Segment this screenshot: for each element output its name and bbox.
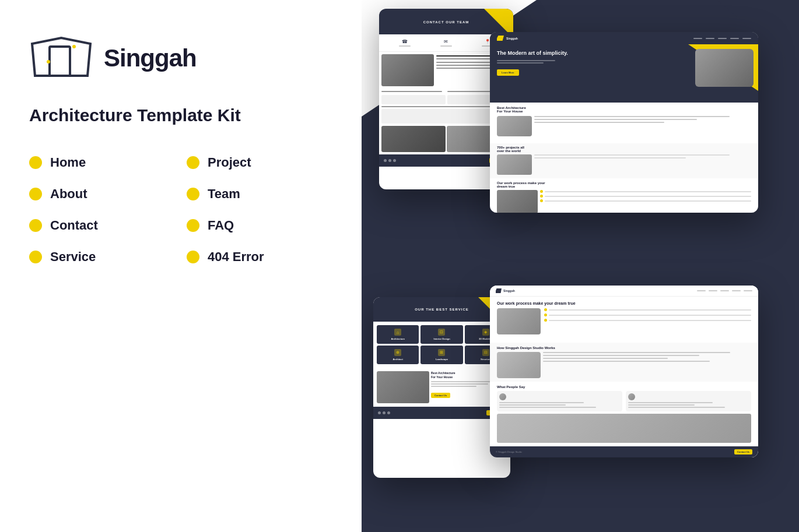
s1-icon-lbl-2 [440,45,452,47]
s4-studio-section: How Singgah Design Studio Works [490,343,758,382]
svg-rect-1 [50,47,70,76]
phone-icon: ☎ [402,39,408,44]
interior-icon: ⊡ [440,330,443,334]
s3-card-title-5: Landscape [436,358,448,361]
s4-studio-row [497,352,751,378]
s2-logo-mini-icon [497,36,504,41]
s3-footer-dots [378,411,390,414]
nav-dot-team [187,188,199,200]
s2-small-img-1 [497,116,532,136]
s1-footer-dots [384,159,396,162]
s4-work-image [497,308,541,334]
s4-say-row [497,391,751,411]
s4-body: Singgah Our work process make your dream… [490,286,758,457]
structure-icon: ⊟ [484,350,488,355]
s4-avatar-1 [499,393,506,400]
landscape-icon: ⊞ [440,350,443,355]
nav-dot-contact [29,219,42,232]
s3-card-title-1: Architecture [391,337,405,340]
s4-testimonial-1 [497,391,622,411]
nav-label-about: About [50,186,87,202]
nav-dot-home [29,156,42,169]
s2-hero: The Modern art of simplicity. Learn More [490,44,758,103]
s1-bottom-img-1 [381,126,446,152]
s3-card-landscape: ⊞ Landscape [420,346,462,364]
nav-item-404[interactable]: 404 Error [187,249,332,265]
s4-work-row [497,308,751,334]
nav-item-faq[interactable]: FAQ [187,218,332,233]
s1-icon-block-2: ✉ [440,39,452,47]
nav-item-project[interactable]: Project [187,155,332,170]
nav-dot-project [187,156,199,169]
s2-hero-image [695,49,754,87]
s2-hero-desc-1 [497,60,555,61]
s2-logo-mini-text: Singgah [506,37,518,40]
email-icon: ✉ [444,39,448,44]
nav-label-faq: FAQ [208,218,234,233]
s3-service-image [377,371,429,403]
architecture-icon: ⌂ [397,330,399,334]
s3-card-interior: ⊡ Interior Design [420,325,462,344]
s4-say-title: What People Say [497,385,751,389]
nav-item-service[interactable]: Service [29,249,175,265]
s4-logo-mini: Singgah [496,288,515,293]
s4-bottom-image [497,414,751,443]
nav-label-404: 404 Error [208,249,264,265]
nav-label-contact: Contact [50,218,98,233]
s4-say-section: What People Say [490,382,758,446]
logo-icon [29,35,93,82]
svg-marker-0 [32,38,90,76]
s4-logo-mini-text: Singgah [503,289,515,293]
s3-card-architecture: ⌂ Architecture [377,325,419,344]
3d-icon: ◈ [484,330,487,334]
architect-icon: ⊕ [396,350,400,355]
svg-point-2 [47,60,50,64]
s4-work-text [544,308,751,334]
nav-label-home: Home [50,155,86,170]
s4-testimonial-2 [626,391,751,411]
s4-studio-image [497,352,541,378]
s4-nav: Singgah [490,286,758,297]
s4-work-section: Our work process make your dream true [490,297,758,343]
nav-item-about[interactable]: About [29,186,175,202]
screenshot-about: Singgah Our work process make your dream… [490,286,758,457]
nav-item-contact[interactable]: Contact [29,218,175,233]
s2-imgs-row [497,116,751,136]
logo-area: Singgah [29,35,332,82]
screenshots-container: CONTACT OUR TEAM ☎ ✉ 📍 [362,0,799,532]
right-panel: CONTACT OUR TEAM ☎ ✉ 📍 [362,0,799,532]
s3-learn-btn: Contact Us [431,393,450,398]
s1-header: CONTACT OUR TEAM [379,9,513,34]
s2-text-blk [534,116,751,136]
s4-nav-links [697,290,752,291]
logo-text: Singgah [104,44,197,72]
nav-item-home[interactable]: Home [29,155,175,170]
s3-card-architect: ⊕ Architect [377,346,419,364]
s4-footer-text: © Singgah Design Studio [496,450,522,453]
s4-avatar-2 [628,393,635,400]
nav-dot-about [29,188,42,200]
s2-nav-links [693,38,751,39]
s4-studio-title: How Singgah Design Studio Works [497,346,751,350]
s4-footer-btn: Contact Us [734,449,752,455]
s2-hero-btn: Learn More [497,69,519,76]
s2-nav: Singgah [490,32,758,44]
s1-icon-lbl [399,45,411,47]
s1-main-image [381,54,434,86]
s3-card-title-4: Architect [393,358,402,361]
svg-point-3 [72,45,76,48]
nav-label-project: Project [208,155,251,170]
s2-logo-mini: Singgah [497,36,518,41]
s1-icon-block: ☎ [399,39,411,47]
nav-label-team: Team [208,186,240,202]
s4-footer: © Singgah Design Studio Contact Us [490,446,758,457]
s4-work-title: Our work process make your dream true [497,301,751,305]
nav-item-team[interactable]: Team [187,186,332,202]
s4-studio-text [543,352,751,378]
s2-section1-title: Best ArchitectureFor Your House [497,106,751,113]
nav-dot-service [29,251,42,263]
tagline: Architecture Template Kit [29,105,332,126]
nav-dot-404 [187,251,199,263]
left-panel: Singgah Architecture Template Kit Home P… [0,0,362,532]
nav-label-service: Service [50,249,96,265]
